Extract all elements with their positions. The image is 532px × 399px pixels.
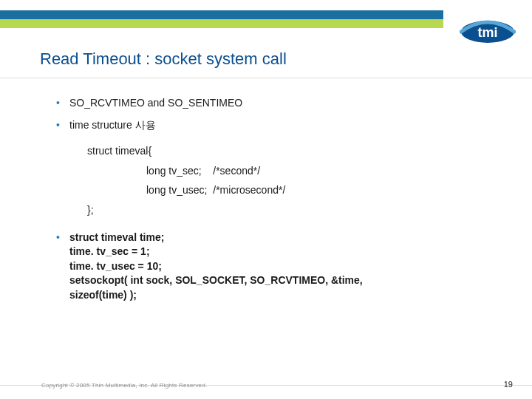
footer: Copyright © 2005 Thin Multimedia, Inc. A… bbox=[0, 385, 532, 392]
title-divider bbox=[0, 78, 532, 78]
page-title: Read Timeout : socket system call bbox=[40, 50, 287, 69]
bold-line-3: time. tv_usec = 10; bbox=[69, 259, 488, 274]
logo-tmi-icon: tmi bbox=[460, 19, 516, 44]
logo-tmi: tmi bbox=[460, 19, 516, 44]
bold-line-4: setsockopt( int sock, SOL_SOCKET, SO_RCV… bbox=[69, 273, 488, 288]
content-area: SO_RCVTIMEO and SO_SENTIMEO time structu… bbox=[52, 96, 488, 310]
code-line-open: struct timeval{ bbox=[87, 141, 488, 161]
bullet-item-1: SO_RCVTIMEO and SO_SENTIMEO bbox=[52, 96, 488, 111]
code-line-usec: long tv_usec; /*microsecond*/ bbox=[87, 180, 488, 200]
bullet-item-2: time structure 사용 bbox=[52, 118, 488, 133]
copyright-text: Copyright © 2005 Thin Multimedia, Inc. A… bbox=[41, 382, 207, 389]
bullet-list: SO_RCVTIMEO and SO_SENTIMEO time structu… bbox=[52, 96, 488, 132]
bullet-item-3: struct timeval time; time. tv_sec = 1; t… bbox=[52, 231, 488, 303]
bold-line-5: sizeof(time) ); bbox=[69, 288, 488, 303]
bullet-list-2: struct timeval time; time. tv_sec = 1; t… bbox=[52, 231, 488, 303]
code-line-sec: long tv_sec; /*second*/ bbox=[87, 161, 488, 181]
stripe-dark bbox=[0, 10, 443, 19]
page-number: 19 bbox=[504, 380, 513, 389]
bold-line-2: time. tv_sec = 1; bbox=[69, 245, 488, 259]
bold-line-1: struct timeval time; bbox=[69, 231, 488, 245]
logo-text: tmi bbox=[478, 25, 498, 40]
stripe-light bbox=[0, 19, 443, 28]
code-line-close: }; bbox=[87, 200, 488, 220]
code-struct-block: struct timeval{ long tv_sec; /*second*/ … bbox=[87, 141, 488, 219]
bold-code-block: struct timeval time; time. tv_sec = 1; t… bbox=[69, 231, 488, 303]
top-stripe bbox=[0, 10, 443, 28]
